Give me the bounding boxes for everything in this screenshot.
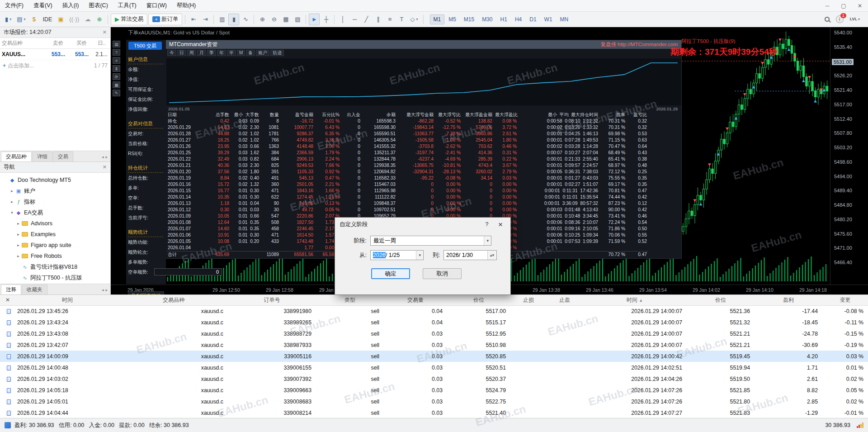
ea-quick-money-icon[interactable]: $ (113, 65, 120, 72)
candlestick-chart-icon[interactable]: ▮ (228, 14, 239, 25)
ea-period-button[interactable]: 今 (167, 50, 176, 56)
history-row[interactable]: 2026.01.29 14:00:48xauusd.c339006155sell… (0, 362, 868, 373)
timeframe-M15[interactable]: M15 (460, 14, 478, 24)
shapes-icon[interactable]: ◇▾ (408, 14, 420, 25)
chart-type-icon[interactable]: ▮▾ (3, 14, 14, 25)
minimize-button[interactable]: ─ (819, 0, 835, 11)
close-icon[interactable]: ✕ (103, 164, 107, 170)
search-icon[interactable] (825, 17, 830, 22)
mw-column-header[interactable]: 交易品种 (0, 40, 42, 47)
mw-symbol-row[interactable]: XAUUS...553...553...2.1... (0, 49, 110, 60)
history-column-header[interactable]: 止损 (510, 295, 547, 305)
history-column-header[interactable]: 订单号 (228, 295, 316, 305)
nav-item[interactable]: ◆Doo Technology MT5 (0, 175, 110, 185)
nav-item[interactable]: ∿盈亏统计指标V818 (0, 261, 110, 272)
menu-item[interactable]: 帮助(H) (172, 0, 201, 11)
history-row[interactable]: 2026.01.29 14:05:18xauusd.c339009663sell… (0, 385, 868, 396)
history-row[interactable]: 2026.01.29 13:45:26xauusd.c338991980sell… (0, 305, 868, 317)
shift-left-icon[interactable]: ⇤ (188, 14, 199, 25)
ea-period-button[interactable]: 月 (197, 50, 206, 56)
nav-tab-注释[interactable]: 注释 (1, 285, 21, 294)
history-column-header[interactable]: 价位 (687, 295, 755, 305)
timeframe-M1[interactable]: M1 (430, 14, 445, 24)
fibo-icon[interactable]: ≡ (384, 14, 395, 25)
ea-period-button[interactable]: 年 (217, 50, 226, 56)
crosshair-icon[interactable]: ┼ (321, 14, 331, 25)
expander-icon[interactable]: ▸ (9, 189, 15, 193)
line-chart-icon[interactable]: ∿ (240, 14, 251, 25)
nav-item[interactable]: ▾◆EA交易 (0, 207, 110, 218)
channel-icon[interactable]: ∥ (373, 14, 383, 25)
history-column-header[interactable]: 变更 (822, 295, 868, 305)
zoom-in-icon[interactable]: ⊕ (257, 14, 268, 25)
nav-tab-收藏夹[interactable]: 收藏夹 (22, 285, 47, 294)
to-date-input[interactable]: 2026/ 1/30 ▴▾ (443, 250, 497, 260)
mw-tab-交易[interactable]: 交易 (53, 152, 73, 161)
dialog-help-button[interactable]: ? (481, 219, 492, 229)
lock-icon[interactable]: ▣ (55, 14, 66, 25)
nav-item[interactable]: ▸ƒ指标 (0, 196, 110, 207)
ea-period-button[interactable]: 季 (207, 50, 216, 56)
dialog-close-button[interactable]: ✕ (495, 219, 506, 229)
ea-quick-edit-icon[interactable]: ✎ (113, 90, 120, 96)
nav-item[interactable]: ▸Advisors (0, 218, 110, 229)
history-row[interactable]: 2026.01.29 14:05:01xauusd.c339008683sell… (0, 396, 868, 407)
nav-item[interactable]: ▸Free Robots (0, 251, 110, 261)
mw-column-header[interactable]: 买价 (65, 40, 89, 47)
ea-quick-help-icon[interactable]: ? (113, 49, 120, 56)
t500-trade-button[interactable]: T500 交易 (128, 42, 162, 50)
algo-trading-button[interactable]: ▶算法交易 (111, 14, 147, 25)
expander-icon[interactable]: ▾ (9, 210, 15, 215)
expander-icon[interactable]: ▸ (9, 199, 15, 204)
history-row[interactable]: 2026.01.29 13:43:24xauusd.c338989265sell… (0, 317, 868, 328)
cancel-button[interactable]: 取消 (423, 268, 462, 279)
dollar-icon[interactable]: $ (28, 14, 39, 25)
ok-button[interactable]: 确定 (371, 268, 410, 279)
ea-period-button[interactable]: 账户 (256, 50, 269, 56)
menu-item[interactable]: 工具(T) (113, 0, 142, 11)
history-row[interactable]: 2026.01.29 14:00:09xauusd.c339005116sell… (0, 351, 868, 362)
nav-item[interactable]: ▸▣账户 (0, 185, 110, 196)
history-column-header[interactable]: 止盈 (547, 295, 583, 305)
timeframe-W1[interactable]: W1 (541, 14, 556, 24)
maximize-button[interactable]: ▢ (835, 0, 852, 11)
history-column-header[interactable]: 交易品种 (119, 295, 228, 305)
ea-quick-refresh-icon[interactable]: ⟳ (113, 73, 120, 80)
menu-item[interactable]: 插入(I) (57, 0, 84, 11)
history-column-header[interactable]: 盈利 (755, 295, 822, 305)
history-column-header[interactable]: 类型 (316, 295, 384, 305)
mw-column-header[interactable]: 卖价 (42, 40, 65, 47)
cursor-icon[interactable]: ► (309, 14, 320, 25)
ide-button[interactable]: IDE (40, 14, 54, 25)
vline-icon[interactable]: │ (337, 14, 348, 25)
menu-item[interactable]: 查看(V) (28, 0, 57, 11)
profit-drawdown-monitor[interactable]: 盈利回撤监控 (128, 291, 164, 294)
text-icon[interactable]: T (396, 14, 407, 25)
period-select[interactable]: 最近一周 ▾ (370, 236, 491, 246)
price-scale[interactable]: 5540.005535.405531.005526.205521.405517.… (830, 27, 868, 285)
history-column-header[interactable]: 价位 (447, 295, 510, 305)
scroll-left-icon[interactable]: ◂ (102, 288, 104, 292)
nav-item[interactable]: ▸Examples (0, 229, 110, 240)
ea-period-button[interactable]: 轨迹 (270, 50, 284, 56)
mw-add-row[interactable]: + 点击添加... 1 / 77 (0, 60, 110, 71)
expander-icon[interactable]: ▸ (15, 243, 21, 247)
hline-icon[interactable]: ─ (349, 14, 360, 25)
close-toolbox-icon[interactable]: ✕ (0, 295, 15, 305)
timeframe-H4[interactable]: H4 (511, 14, 525, 24)
ea-period-button[interactable]: 周 (187, 50, 196, 56)
history-column-header[interactable]: 交易量 (384, 295, 447, 305)
timeframe-MN[interactable]: MN (557, 14, 572, 24)
expander-icon[interactable]: ▸ (15, 221, 21, 226)
screenshot-icon[interactable]: ▧ (292, 14, 303, 25)
expander-icon[interactable]: ▸ (15, 254, 21, 258)
mw-column-header[interactable]: 日.. (89, 40, 108, 47)
bar-chart-icon[interactable]: ▥ (217, 14, 227, 25)
ea-quick-grid-icon[interactable]: ▦ (113, 81, 120, 88)
nav-item[interactable]: ∿阿拉丁T500 - 抗压版 (0, 272, 110, 283)
history-row[interactable]: 2026.01.29 13:42:07xauusd.c338987933sell… (0, 339, 868, 351)
history-column-header[interactable]: 时间 (15, 295, 119, 305)
broadcast-icon[interactable]: ((·)) (67, 14, 81, 25)
scroll-right-icon[interactable]: ▸ (105, 155, 108, 159)
shift-right-icon[interactable]: ⇥ (200, 14, 211, 25)
